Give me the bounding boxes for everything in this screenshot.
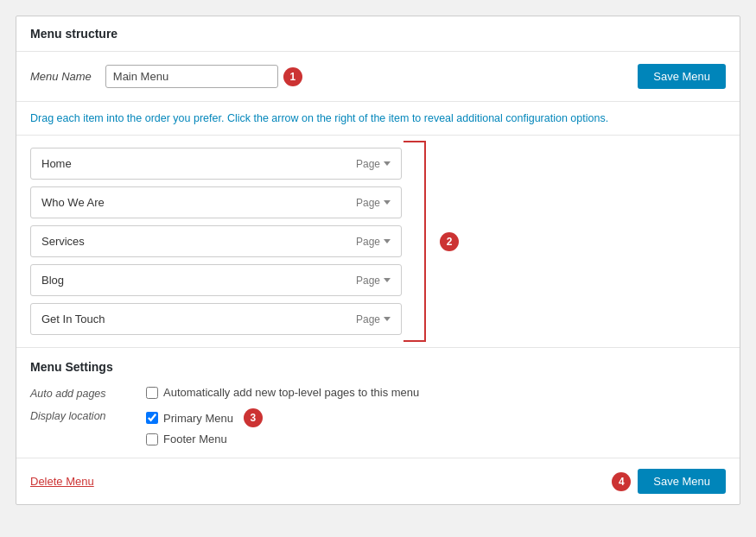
menu-item-type: Page [356, 313, 391, 325]
location-checkbox-1[interactable] [146, 433, 158, 445]
chevron-down-icon[interactable] [384, 239, 391, 243]
location-checkbox-row: Footer Menu [146, 433, 263, 445]
chevron-down-icon[interactable] [384, 161, 391, 166]
chevron-down-icon[interactable] [384, 200, 391, 205]
menu-item-type: Page [356, 197, 391, 209]
menu-item-name: Who We Are [41, 196, 356, 209]
chevron-down-icon[interactable] [384, 317, 391, 321]
menu-item-type: Page [356, 158, 391, 170]
display-location-value: Primary Menu 3 Footer Menu [146, 408, 263, 445]
location-label-1[interactable]: Footer Menu [163, 433, 227, 445]
delete-menu-link[interactable]: Delete Menu [30, 475, 94, 488]
footer-right: 4 Save Menu [607, 469, 726, 494]
location-checkbox-row: Primary Menu 3 [146, 408, 263, 427]
menu-settings-section: Menu Settings Auto add pages Automatical… [16, 348, 740, 458]
menu-item-type: Page [356, 275, 391, 287]
badge-3: 3 [244, 408, 263, 427]
footer-section: Delete Menu 4 Save Menu [16, 458, 740, 504]
menu-name-input-wrap: 1 [105, 65, 330, 88]
menu-items-list: Home Page Who We Are Page Services Page … [30, 148, 402, 335]
auto-add-row: Auto add pages Automatically add new top… [30, 386, 726, 400]
menu-item-row[interactable]: Services Page [30, 225, 402, 257]
menu-name-row: Menu Name 1 Save Menu [16, 52, 740, 102]
menu-item-row[interactable]: Get In Touch Page [30, 303, 402, 335]
menu-item-row[interactable]: Who We Are Page [30, 186, 402, 218]
panel-header: Menu structure [16, 16, 740, 52]
panel-title: Menu structure [30, 27, 726, 41]
menu-item-type-label: Page [356, 197, 380, 209]
auto-add-value: Automatically add new top-level pages to… [146, 386, 419, 399]
menu-structure-panel: Menu structure Menu Name 1 Save Menu Dra… [16, 16, 740, 505]
location-checkbox-0[interactable] [146, 412, 158, 424]
outer-container: Menu structure Menu Name 1 Save Menu Dra… [0, 0, 756, 514]
menu-item-name: Home [41, 157, 356, 170]
menu-items-section: Home Page Who We Are Page Services Page … [16, 136, 740, 348]
auto-add-checkbox-row: Automatically add new top-level pages to… [146, 386, 419, 399]
badge-1: 1 [283, 67, 302, 86]
menu-item-row[interactable]: Blog Page [30, 264, 402, 296]
auto-add-checkbox[interactable] [146, 387, 158, 399]
chevron-down-icon[interactable] [384, 278, 391, 282]
menu-item-type: Page [356, 236, 391, 248]
menu-settings-title: Menu Settings [30, 360, 726, 374]
menu-name-input[interactable] [105, 65, 278, 88]
menu-name-label: Menu Name [30, 70, 92, 83]
display-location-row: Display location Primary Menu 3 Footer M… [30, 408, 726, 445]
drag-instruction: Drag each item into the order you prefer… [16, 102, 740, 136]
menu-item-type-label: Page [356, 275, 380, 287]
menu-item-type-label: Page [356, 313, 380, 325]
menu-item-row[interactable]: Home Page [30, 148, 402, 180]
menu-item-type-label: Page [356, 158, 380, 170]
save-menu-button-bottom[interactable]: Save Menu [638, 469, 726, 494]
menu-item-name: Blog [41, 274, 356, 287]
badge-2: 2 [440, 232, 459, 251]
save-menu-button-top[interactable]: Save Menu [638, 64, 726, 89]
display-location-label: Display location [30, 408, 125, 422]
location-label-0[interactable]: Primary Menu [163, 412, 233, 425]
auto-add-checkbox-label[interactable]: Automatically add new top-level pages to… [163, 386, 419, 399]
settings-table: Auto add pages Automatically add new top… [30, 386, 726, 445]
auto-add-label: Auto add pages [30, 386, 125, 400]
menu-item-name: Services [41, 235, 356, 248]
badge-4: 4 [612, 472, 631, 491]
menu-item-type-label: Page [356, 236, 380, 248]
menu-bracket [403, 141, 426, 342]
menu-item-name: Get In Touch [41, 313, 356, 325]
